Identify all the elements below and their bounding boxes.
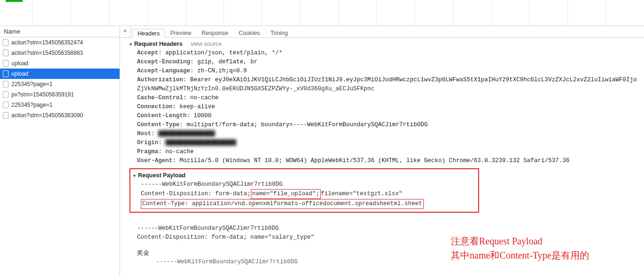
highlight-content-type: Content-Type: application/vnd.openxmlfor… [141,199,424,209]
blank-cell [492,0,530,26]
blank-cell [454,0,492,26]
header-key: Cache-Control: [137,95,187,101]
request-headers-section: Request Headers view source [129,40,642,49]
header-key: Host: [137,130,155,137]
annotation-text: 注意看Request Payload 其中name和Content-Type是有… [451,234,589,262]
header-row: Content-Length: 10000 [137,112,642,121]
header-value: 10000 [194,113,212,119]
tab-preview[interactable]: Preview [165,28,196,37]
details-content[interactable]: Request Headers view source Accept: appl… [120,38,644,277]
request-row[interactable]: pv?stm=1545056359191 [0,89,120,100]
document-icon [3,112,9,119]
tab-timing[interactable]: Timing [265,28,293,37]
header-row: Accept-Language: zh-CN,zh;q=0.9 [137,67,642,76]
request-details-panel: × HeadersPreviewResponseCookiesTiming Re… [120,26,644,277]
header-row: Cache-Control: no-cache [137,94,642,103]
request-label: 225345?page=1 [11,101,52,109]
blank-cell [224,0,262,26]
tab-headers[interactable]: Headers [132,29,165,38]
name-column-header[interactable]: Name [0,26,120,37]
request-row[interactable]: action?stm=1545056352474 [0,37,120,48]
header-key: Accept-Encoding: [137,59,194,65]
payload-content-disposition: Content-Disposition: form-data; name="fi… [141,189,475,199]
blank-cell [568,0,606,26]
header-key: Authorization: [137,77,187,83]
header-value: no-cache [190,95,219,101]
header-value: application/json, text/plain, */* [165,50,283,56]
header-key: Accept: [137,50,162,56]
request-label: upload [11,59,28,68]
request-row[interactable]: action?stm=1545056363090 [0,110,120,121]
document-icon [3,60,9,67]
header-key: Origin: [137,139,162,146]
header-row: Pragma: no-cache [137,147,642,156]
blank-cell [262,0,301,26]
header-value: Mozilla/5.0 (Windows NT 10.0; WOW64) App… [180,157,569,164]
blank-cell [186,0,224,26]
blank-cell [0,0,33,26]
header-value: ████████████████████ [165,138,236,147]
payload-boundary: ------WebKitFormBoundarySQACJimr7rtib0DG [141,180,475,189]
view-source-link[interactable]: view source [191,41,222,47]
request-row[interactable]: upload [0,69,120,79]
header-value: multipart/form-data; boundary=----WebKit… [187,121,428,128]
header-value: Bearer eyJ0eXAiOiJKV1QiLCJhbGciOiJIUzI1N… [190,77,637,83]
header-key: Connection: [137,104,176,110]
header-value-cont: ZjVkNWMwZjlkMTNjNzYzIn0.0eEKUDJN5GXSEZPZ… [137,85,642,94]
header-row: User-Agent: Mozilla/5.0 (Windows NT 10.0… [137,156,642,165]
highlight-annotation-box: Request Payload ------WebKitFormBoundary… [129,168,479,213]
header-key: Accept-Language: [137,68,194,74]
request-label: 225345?page=1 [11,80,52,88]
request-headers-title[interactable]: Request Headers [129,41,182,47]
request-label: upload [11,69,28,78]
tab-cookies[interactable]: Cookies [233,28,265,37]
header-row: Accept: application/json, text/plain, */… [137,49,642,58]
payload-boundary: ------WebKitFormBoundarySQACJimr7rtib0DG [137,224,642,233]
document-icon [3,39,9,46]
document-icon [3,102,9,108]
header-value: no-cache [165,148,194,155]
active-indicator [6,0,23,2]
request-row[interactable]: action?stm=1545056358863 [0,48,120,58]
document-icon [3,50,9,56]
blank-cell [606,0,644,26]
header-value: keep-alive [180,104,215,110]
header-row: Accept-Encoding: gzip, deflate, br [137,58,642,67]
header-value: gzip, deflate, br [197,59,258,65]
header-row: Authorization: Bearer eyJ0eXAiOiJKV1QiLC… [137,76,642,85]
spreadsheet-tabs-row [0,0,644,26]
blank-cell [71,0,110,26]
header-key: Content-Type: [137,121,183,128]
tab-response[interactable]: Response [197,28,233,37]
document-icon [3,91,9,98]
request-row[interactable]: 225345?page=1 [0,100,120,110]
document-icon [3,81,9,87]
header-key: Content-Length: [137,113,190,119]
blank-cell [301,0,339,26]
request-label: action?stm=1545056358863 [11,49,83,57]
close-details-button[interactable]: × [120,26,130,37]
header-value: ████████████████ [158,130,215,138]
blank-cell [530,0,568,26]
blank-cell [148,0,186,26]
blank-cell [377,0,415,26]
blank-cell [33,0,71,26]
header-key: User-Agent: [137,157,176,164]
header-row: Origin: ████████████████████ [137,138,642,147]
header-value: zh-CN,zh;q=0.9 [197,68,247,74]
blank-cell [110,0,148,26]
details-tabs: HeadersPreviewResponseCookiesTiming [130,26,293,37]
request-payload-title[interactable]: Request Payload [133,172,186,179]
blank-cell [339,0,377,26]
blank-cell [415,0,454,26]
document-icon [3,70,9,77]
request-label: action?stm=1545056352474 [11,38,83,47]
request-label: pv?stm=1545056359191 [11,90,74,99]
request-row[interactable]: upload [0,58,120,69]
header-row: Connection: keep-alive [137,103,642,112]
header-row: Host: ████████████████ [137,130,642,138]
header-row: Content-Type: multipart/form-data; bound… [137,121,642,130]
request-row[interactable]: 225345?page=1 [0,79,120,89]
highlight-name-param: name="file_upload"; [251,189,321,199]
header-key: Pragma: [137,148,162,155]
